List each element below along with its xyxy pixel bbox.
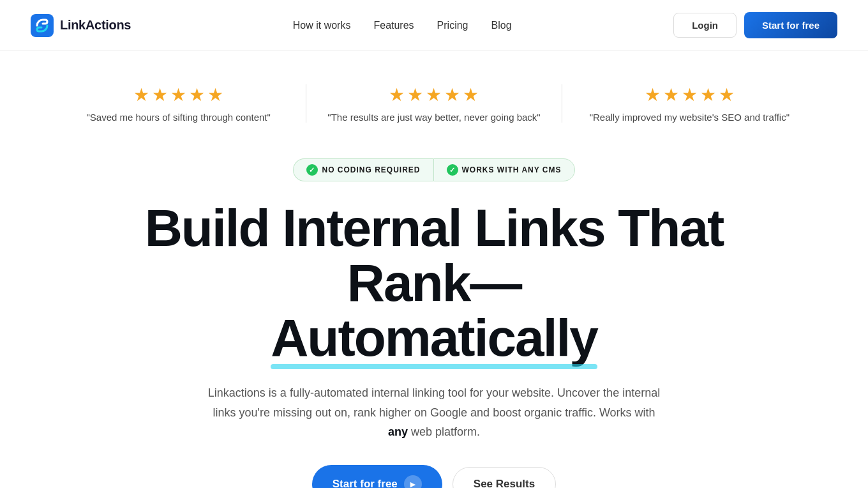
hero-section: Build Internal Links That Rank— Automati… bbox=[51, 181, 817, 488]
star-icon: ★ bbox=[189, 84, 205, 105]
arrow-circle-icon: ► bbox=[404, 475, 422, 488]
nav-blog[interactable]: Blog bbox=[491, 20, 512, 31]
star-icon: ★ bbox=[207, 84, 223, 105]
stars-2: ★ ★ ★ ★ ★ bbox=[389, 84, 479, 105]
badge-any-cms: ✓ WORKS WITH ANY CMS bbox=[433, 158, 575, 181]
navbar: LinkActions How it works Features Pricin… bbox=[0, 0, 868, 51]
star-icon: ★ bbox=[426, 84, 442, 105]
nav-features[interactable]: Features bbox=[373, 20, 414, 31]
review-text-2: "The results are just way better, never … bbox=[327, 112, 540, 123]
check-icon-1: ✓ bbox=[306, 164, 318, 176]
start-for-free-hero-button[interactable]: Start for free ► bbox=[312, 465, 442, 488]
review-1: ★ ★ ★ ★ ★ "Saved me hours of sifting thr… bbox=[51, 84, 306, 123]
hero-subtitle-bold: any bbox=[388, 425, 408, 438]
star-icon: ★ bbox=[719, 84, 735, 105]
nav-pricing[interactable]: Pricing bbox=[437, 20, 468, 31]
hero-subtitle: Linkactions is a fully-automated interna… bbox=[204, 383, 664, 442]
review-3: ★ ★ ★ ★ ★ "Really improved my website's … bbox=[562, 84, 817, 123]
star-icon: ★ bbox=[389, 84, 405, 105]
stars-3: ★ ★ ★ ★ ★ bbox=[645, 84, 735, 105]
star-icon: ★ bbox=[444, 84, 460, 105]
login-button[interactable]: Login bbox=[673, 13, 737, 38]
star-icon: ★ bbox=[682, 84, 698, 105]
hero-subtitle-after: web platform. bbox=[408, 425, 480, 438]
star-icon: ★ bbox=[407, 84, 423, 105]
logo-icon bbox=[31, 14, 54, 37]
badge-label-1: NO CODING REQUIRED bbox=[322, 165, 420, 174]
logo-link[interactable]: LinkActions bbox=[31, 14, 131, 37]
reviews-section: ★ ★ ★ ★ ★ "Saved me hours of sifting thr… bbox=[0, 51, 868, 148]
svg-rect-0 bbox=[31, 14, 54, 37]
review-2: ★ ★ ★ ★ ★ "The results are just way bett… bbox=[306, 84, 561, 123]
start-for-free-label: Start for free bbox=[333, 478, 398, 488]
start-for-free-nav-button[interactable]: Start for free bbox=[744, 12, 837, 38]
badge-label-2: WORKS WITH ANY CMS bbox=[462, 165, 562, 174]
star-icon: ★ bbox=[645, 84, 661, 105]
star-icon: ★ bbox=[170, 84, 186, 105]
star-icon: ★ bbox=[152, 84, 168, 105]
nav-links: How it works Features Pricing Blog bbox=[293, 20, 512, 31]
review-text-1: "Saved me hours of sifting through conte… bbox=[87, 112, 271, 123]
star-icon: ★ bbox=[700, 84, 716, 105]
badge-row: ✓ NO CODING REQUIRED ✓ WORKS WITH ANY CM… bbox=[0, 158, 868, 181]
hero-title-line1: Build Internal Links That Rank— bbox=[145, 199, 724, 312]
star-icon: ★ bbox=[463, 84, 479, 105]
review-text-3: "Really improved my website's SEO and tr… bbox=[590, 112, 789, 123]
hero-title-line2: Automatically bbox=[271, 310, 597, 365]
see-results-button[interactable]: See Results bbox=[453, 467, 556, 488]
hero-buttons: Start for free ► See Results bbox=[82, 465, 786, 488]
logo-text: LinkActions bbox=[60, 18, 131, 33]
hero-title: Build Internal Links That Rank— Automati… bbox=[82, 201, 786, 365]
star-icon: ★ bbox=[663, 84, 679, 105]
stars-1: ★ ★ ★ ★ ★ bbox=[133, 84, 223, 105]
badge-no-coding: ✓ NO CODING REQUIRED bbox=[293, 158, 433, 181]
hero-subtitle-before: Linkactions is a fully-automated interna… bbox=[208, 386, 660, 419]
see-results-label: See Results bbox=[474, 478, 535, 488]
nav-actions: Login Start for free bbox=[673, 12, 837, 38]
star-icon: ★ bbox=[133, 84, 149, 105]
nav-how-it-works[interactable]: How it works bbox=[293, 20, 351, 31]
check-icon-2: ✓ bbox=[447, 164, 458, 176]
